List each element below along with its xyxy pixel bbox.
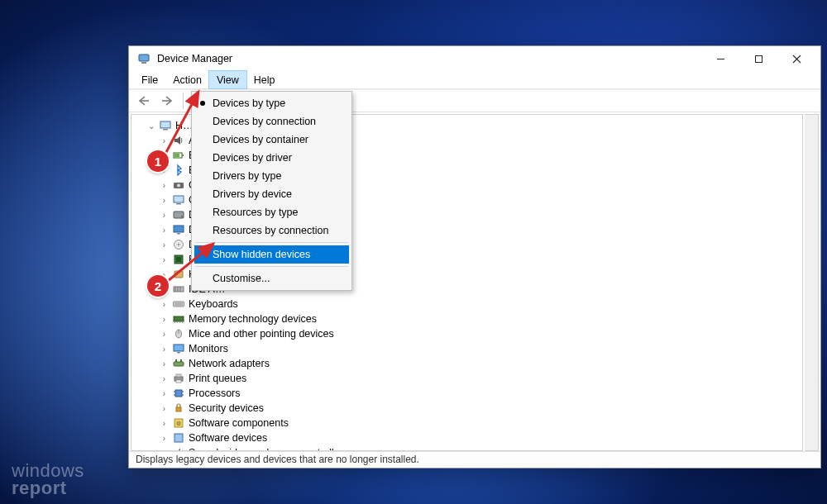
close-button[interactable] <box>777 46 815 71</box>
tree-item[interactable]: ›Print queues <box>146 371 802 386</box>
printer-icon <box>172 372 185 385</box>
menu-devices-by-driver[interactable]: Devices by driver <box>194 149 349 167</box>
expand-icon[interactable]: › <box>160 419 169 428</box>
tree-item-label: Processors <box>189 388 241 399</box>
annotation-arrow-1 <box>161 88 203 158</box>
menu-devices-by-container[interactable]: Devices by container <box>194 131 349 149</box>
tree-item-label: Software devices <box>189 432 267 444</box>
security-icon <box>172 402 185 415</box>
tree-item-label: Print queues <box>189 373 246 384</box>
tree-item-label: Memory technology devices <box>189 313 317 325</box>
maximize-button[interactable] <box>739 46 777 71</box>
processor-icon <box>172 387 185 400</box>
menubar: File Action View Help <box>129 71 820 89</box>
expand-icon[interactable]: › <box>160 330 169 339</box>
annotation-badge-1: 1 <box>147 150 169 172</box>
display-icon <box>172 223 185 236</box>
svg-rect-37 <box>174 316 184 321</box>
tree-item[interactable]: ›Processors <box>146 386 802 401</box>
menu-drivers-by-device[interactable]: Drivers by device <box>194 185 349 203</box>
tree-item[interactable]: ›Sound, video and game controllers <box>146 445 802 451</box>
expand-icon[interactable]: › <box>160 196 169 205</box>
mouse-icon <box>172 327 185 340</box>
expand-icon[interactable]: › <box>160 226 169 235</box>
menu-resources-by-type[interactable]: Resources by type <box>194 203 349 221</box>
svg-rect-1 <box>141 62 146 64</box>
svg-rect-23 <box>174 226 184 232</box>
svg-rect-3 <box>755 55 762 62</box>
tree-item-label: Security devices <box>189 402 264 414</box>
tree-item[interactable]: ›⚙Software components <box>146 416 802 430</box>
swdev-icon <box>172 431 185 445</box>
tree-item[interactable]: ›Network adapters <box>146 356 802 371</box>
svg-rect-34 <box>174 302 184 307</box>
menu-help[interactable]: Help <box>246 71 283 88</box>
bluetooth-icon <box>172 164 185 177</box>
menu-devices-by-connection[interactable]: Devices by connection <box>194 112 349 131</box>
tree-item-label: Mice and other pointing devices <box>189 328 334 340</box>
status-bar: Displays legacy devices and devices that… <box>129 451 820 468</box>
collapse-icon[interactable]: ⌄ <box>146 121 155 131</box>
camera-icon <box>172 178 185 192</box>
expand-icon[interactable]: › <box>160 181 169 190</box>
svg-rect-19 <box>174 196 184 202</box>
keyboard-icon <box>172 297 185 311</box>
menu-file[interactable]: File <box>134 71 165 88</box>
svg-rect-52 <box>175 390 182 397</box>
expand-icon[interactable]: › <box>160 434 169 443</box>
svg-rect-45 <box>177 352 180 354</box>
expand-icon[interactable]: › <box>160 404 169 413</box>
expand-icon[interactable]: › <box>160 300 169 309</box>
svg-rect-41 <box>182 321 183 323</box>
disk-icon <box>172 208 185 221</box>
svg-rect-39 <box>177 321 178 323</box>
window-title: Device Manager <box>157 53 701 64</box>
svg-rect-57 <box>176 407 181 411</box>
tree-item[interactable]: ›Software devices <box>146 430 802 445</box>
svg-rect-46 <box>174 362 184 366</box>
svg-rect-20 <box>176 203 181 205</box>
tree-item[interactable]: ›Mice and other pointing devices <box>146 326 802 341</box>
menu-devices-by-type[interactable]: Devices by type <box>194 94 349 112</box>
memory-icon <box>172 312 185 326</box>
watermark: windowsreport <box>12 463 84 497</box>
svg-rect-47 <box>175 359 177 362</box>
menu-resources-by-connection[interactable]: Resources by connection <box>194 221 349 240</box>
monitor-icon <box>172 342 185 355</box>
menu-action[interactable]: Action <box>165 71 209 88</box>
svg-rect-51 <box>176 380 181 383</box>
menu-drivers-by-type[interactable]: Drivers by type <box>194 167 349 185</box>
vertical-scrollbar[interactable] <box>805 114 819 451</box>
svg-rect-50 <box>176 374 181 377</box>
tree-item[interactable]: ›Keyboards <box>146 297 802 311</box>
expand-icon[interactable]: › <box>160 345 169 354</box>
computer-icon <box>172 193 185 207</box>
toolbar-back-button[interactable] <box>134 92 154 110</box>
svg-point-18 <box>177 184 180 188</box>
svg-rect-0 <box>139 55 149 61</box>
svg-line-64 <box>168 244 213 281</box>
svg-rect-40 <box>179 321 180 323</box>
tree-item[interactable]: ›Monitors <box>146 341 802 356</box>
titlebar[interactable]: Device Manager <box>129 46 820 71</box>
menu-view[interactable]: View <box>209 71 246 88</box>
svg-rect-44 <box>174 345 184 351</box>
expand-icon[interactable]: › <box>160 374 169 383</box>
network-icon <box>172 357 185 370</box>
svg-line-63 <box>165 92 198 154</box>
tree-item[interactable]: ›Memory technology devices <box>146 311 802 326</box>
expand-icon[interactable]: › <box>160 211 169 220</box>
status-text: Displays legacy devices and devices that… <box>136 454 419 465</box>
svg-rect-24 <box>177 233 180 235</box>
tree-item[interactable]: ›Security devices <box>146 401 802 416</box>
expand-icon[interactable]: › <box>160 359 169 368</box>
tree-item-label: Monitors <box>189 343 228 354</box>
annotation-badge-2: 2 <box>147 275 169 297</box>
app-icon <box>137 52 151 65</box>
tree-item-label: Network adapters <box>189 358 270 369</box>
svg-rect-38 <box>174 321 175 323</box>
swcomp-icon: ⚙ <box>172 416 185 430</box>
expand-icon[interactable]: › <box>160 315 169 324</box>
minimize-button[interactable] <box>701 46 739 71</box>
expand-icon[interactable]: › <box>160 389 169 398</box>
